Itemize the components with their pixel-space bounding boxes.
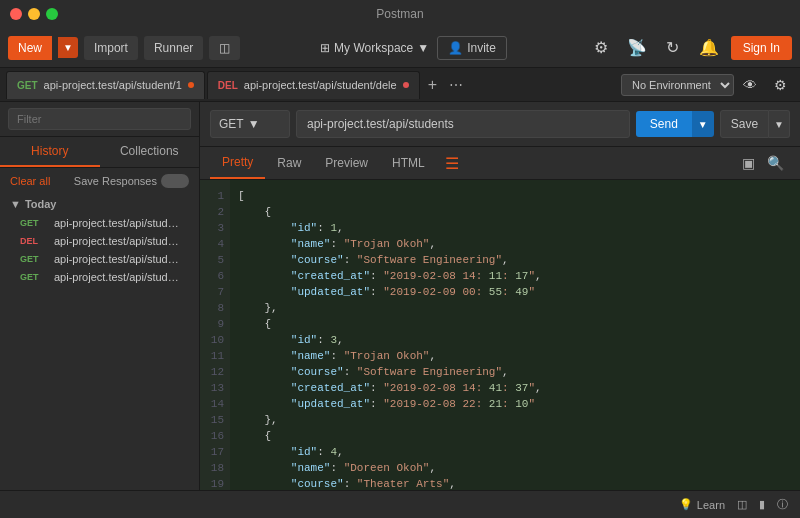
- chevron-down-icon: ▼: [417, 41, 429, 55]
- code-line: },: [238, 300, 792, 316]
- layout-button[interactable]: ◫: [209, 36, 240, 60]
- tab-get-students[interactable]: GET api-project.test/api/student/1: [6, 71, 205, 99]
- url-input[interactable]: [296, 110, 630, 138]
- code-line: "name": "Doreen Okoh",: [238, 460, 792, 476]
- new-dropdown-button[interactable]: ▼: [58, 37, 78, 58]
- runner-button[interactable]: Runner: [144, 36, 203, 60]
- add-tab-button[interactable]: +: [422, 76, 443, 94]
- save-responses-switch[interactable]: [161, 174, 189, 188]
- format-icon[interactable]: ☰: [445, 154, 459, 173]
- code-line: [: [238, 188, 792, 204]
- code-line: },: [238, 412, 792, 428]
- environment-select[interactable]: No Environment: [621, 74, 734, 96]
- import-button[interactable]: Import: [84, 36, 138, 60]
- toolbar-right: ⚙ 📡 ↻ 🔔 Sign In: [587, 34, 792, 62]
- save-button[interactable]: Save: [720, 110, 769, 138]
- sync-icon[interactable]: ↻: [659, 34, 687, 62]
- workspace-label: My Workspace: [334, 41, 413, 55]
- code-line: {: [238, 204, 792, 220]
- main-content: History Collections Clear all Save Respo…: [0, 102, 800, 490]
- code-line: "created_at": "2019-02-08 14: 11: 17",: [238, 268, 792, 284]
- tab-method-del: DEL: [218, 80, 238, 91]
- user-icon: 👤: [448, 41, 463, 55]
- chevron-down-icon: ▼: [248, 117, 260, 131]
- sidebar-url: api-project.test/api/students: [54, 253, 179, 265]
- method-badge-get: GET: [20, 218, 48, 228]
- code-line: "updated_at": "2019-02-09 00: 55: 49": [238, 284, 792, 300]
- sidebar-tab-collections[interactable]: Collections: [100, 137, 200, 167]
- line-number: 8: [200, 300, 230, 316]
- sidebar-url: api-project.test/api/student/delete/2: [54, 235, 179, 247]
- line-number: 19: [200, 476, 230, 490]
- method-select[interactable]: GET ▼: [210, 110, 290, 138]
- sidebar-history-section: ▼ Today GET api-project.test/api/student…: [0, 194, 199, 290]
- line-number: 7: [200, 284, 230, 300]
- save-dropdown-button[interactable]: ▼: [769, 110, 790, 138]
- sidebar-tab-bar: History Collections: [0, 137, 199, 168]
- sidebar-url: api-project.test/api/students: [54, 217, 179, 229]
- sidebar: History Collections Clear all Save Respo…: [0, 102, 200, 490]
- sign-in-button[interactable]: Sign In: [731, 36, 792, 60]
- list-item[interactable]: GET api-project.test/api/students: [10, 268, 189, 286]
- clear-all-button[interactable]: Clear all: [10, 175, 50, 187]
- invite-button[interactable]: 👤 Invite: [437, 36, 507, 60]
- copy-icon[interactable]: ▣: [736, 151, 761, 175]
- line-number: 10: [200, 332, 230, 348]
- line-number: 6: [200, 268, 230, 284]
- close-button[interactable]: [10, 8, 22, 20]
- code-line: "course": "Theater Arts",: [238, 476, 792, 490]
- eye-icon[interactable]: 👁: [736, 71, 764, 99]
- line-number: 2: [200, 204, 230, 220]
- tab-pretty[interactable]: Pretty: [210, 147, 265, 179]
- send-dropdown-button[interactable]: ▼: [692, 111, 714, 137]
- tab-preview[interactable]: Preview: [313, 148, 380, 178]
- code-line: "name": "Trojan Okoh",: [238, 348, 792, 364]
- code-line: "created_at": "2019-02-08 14: 41: 37",: [238, 380, 792, 396]
- list-item[interactable]: DEL api-project.test/api/student/delete/…: [10, 232, 189, 250]
- new-button[interactable]: New: [8, 36, 52, 60]
- tab-raw[interactable]: Raw: [265, 148, 313, 178]
- tab-html[interactable]: HTML: [380, 148, 437, 178]
- list-item[interactable]: GET api-project.test/api/students: [10, 250, 189, 268]
- lightbulb-icon: 💡: [679, 498, 693, 511]
- tab-url-2: api-project.test/api/student/dele: [244, 79, 397, 91]
- settings-icon[interactable]: ⚙: [587, 34, 615, 62]
- line-number: 17: [200, 444, 230, 460]
- sidebar-actions: Clear all Save Responses: [0, 168, 199, 194]
- line-number: 12: [200, 364, 230, 380]
- line-number: 1: [200, 188, 230, 204]
- code-line: "course": "Software Engineering",: [238, 252, 792, 268]
- search-icon[interactable]: 🔍: [761, 151, 790, 175]
- code-line: "id": 4,: [238, 444, 792, 460]
- code-content: [ { "id": 1, "name": "Trojan Okoh", "cou…: [230, 180, 800, 490]
- line-numbers: 1234567891011121314151617181920212223: [200, 180, 230, 490]
- bell-icon[interactable]: 🔔: [695, 34, 723, 62]
- sidebar-section-today: ▼ Today: [10, 198, 189, 210]
- learn-link[interactable]: 💡 Learn: [679, 498, 725, 511]
- more-tabs-button[interactable]: ⋯: [445, 77, 467, 93]
- list-item[interactable]: GET api-project.test/api/students: [10, 214, 189, 232]
- sidebar-tab-history[interactable]: History: [0, 137, 100, 167]
- line-number: 15: [200, 412, 230, 428]
- env-settings-icon[interactable]: ⚙: [766, 71, 794, 99]
- line-number: 4: [200, 236, 230, 252]
- save-button-group: Save ▼: [720, 110, 790, 138]
- response-tabs: Pretty Raw Preview HTML ☰ ▣ 🔍: [200, 147, 800, 180]
- code-area[interactable]: 1234567891011121314151617181920212223 [ …: [200, 180, 800, 490]
- satellite-icon[interactable]: 📡: [623, 34, 651, 62]
- main-toolbar: New ▼ Import Runner ◫ ⊞ My Workspace ▼ 👤…: [0, 28, 800, 68]
- sidebar-icon[interactable]: ▮: [759, 498, 765, 511]
- workspace-button[interactable]: ⊞ My Workspace ▼: [320, 41, 429, 55]
- send-button[interactable]: Send: [636, 111, 692, 137]
- code-line: {: [238, 316, 792, 332]
- tab-bar: GET api-project.test/api/student/1 DEL a…: [0, 68, 800, 102]
- search-input[interactable]: [8, 108, 191, 130]
- tab-del-student[interactable]: DEL api-project.test/api/student/dele: [207, 71, 420, 99]
- maximize-button[interactable]: [46, 8, 58, 20]
- line-number: 9: [200, 316, 230, 332]
- info-icon[interactable]: ⓘ: [777, 497, 788, 512]
- code-line: "id": 1,: [238, 220, 792, 236]
- layout-icon[interactable]: ◫: [737, 498, 747, 511]
- tab-method-get: GET: [17, 80, 38, 91]
- minimize-button[interactable]: [28, 8, 40, 20]
